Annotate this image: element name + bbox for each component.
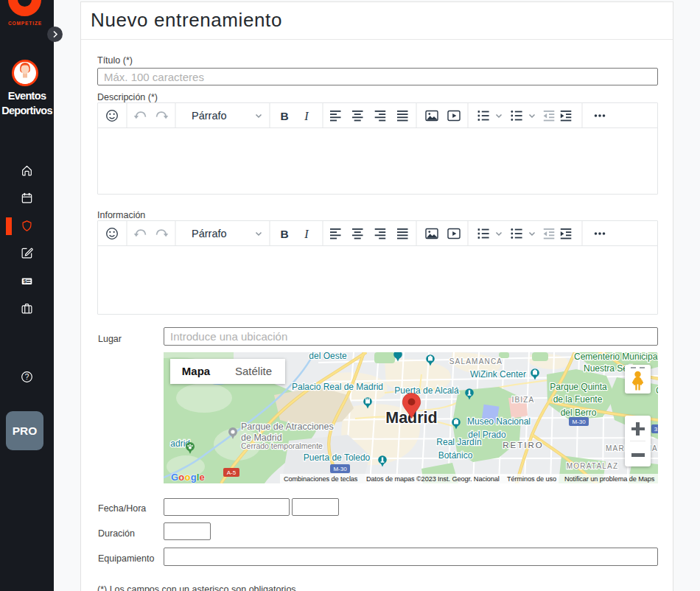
svg-text:Cerrado temporalmente: Cerrado temporalmente <box>241 441 323 450</box>
svg-text:SALAMANCA: SALAMANCA <box>449 357 503 366</box>
svg-text:Puerta de Alcalá: Puerta de Alcalá <box>394 385 459 396</box>
svg-text:del Berro: del Berro <box>561 408 597 418</box>
svg-text:A-5: A-5 <box>227 469 237 476</box>
svg-text:Puerta de Toledo: Puerta de Toledo <box>304 452 371 463</box>
svg-text:del Oeste: del Oeste <box>309 352 347 361</box>
svg-text:MORATALAZ: MORATALAZ <box>567 462 618 470</box>
svg-text:C: C <box>656 385 658 396</box>
svg-text:Real Jardín: Real Jardín <box>436 437 481 447</box>
svg-text:Cementerio Municipal: Cementerio Municipal <box>574 352 658 362</box>
svg-text:Museo Nacional: Museo Nacional <box>467 416 531 427</box>
svg-text:3: 3 <box>654 426 658 433</box>
svg-text:M-30: M-30 <box>333 466 347 472</box>
svg-text:Botánico: Botánico <box>438 450 473 461</box>
svg-text:IBIZA: IBIZA <box>511 396 534 404</box>
svg-text:M-30: M-30 <box>572 419 586 425</box>
svg-text:Parque Quinta: Parque Quinta <box>550 382 607 392</box>
svg-text:RETIRO: RETIRO <box>503 441 543 450</box>
svg-text:?: ? <box>25 373 29 381</box>
svg-text:de la Fuente: de la Fuente <box>553 394 603 405</box>
svg-text:Parque de Atracciones: Parque de Atracciones <box>241 422 334 432</box>
svg-text:$: $ <box>23 278 27 284</box>
svg-text:WiZink Center: WiZink Center <box>470 369 526 380</box>
svg-text:Palacio Real de Madrid: Palacio Real de Madrid <box>292 382 383 392</box>
